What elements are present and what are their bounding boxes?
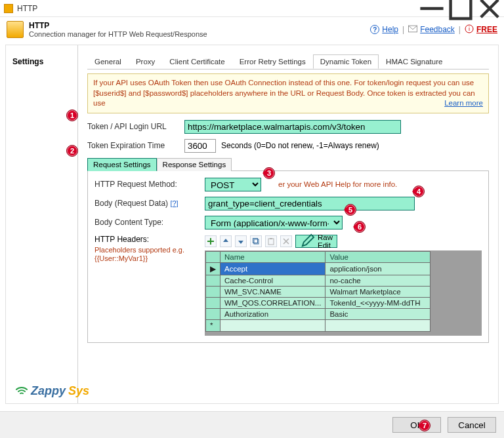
token-exp-suffix: Seconds (0=Do not renew, -1=Always renew… [221, 141, 379, 150]
paste-button[interactable] [265, 235, 277, 247]
oauth-warning: If your API uses OAuth Token then use OA… [87, 73, 489, 113]
content-type-label: Body Content Type: [94, 218, 200, 227]
row-token-url: Token / API Login URL [87, 120, 489, 134]
mail-icon [408, 24, 417, 35]
table-row: WM_QOS.CORRELATION... TokenId_<<yyyy-MM-… [206, 297, 430, 308]
http-method-select[interactable]: POST [205, 178, 261, 191]
subtab-response[interactable]: Response Settings [157, 158, 232, 171]
tab-client-certificate[interactable]: Client Certificate [162, 54, 232, 69]
close-button[interactable] [475, 0, 504, 17]
add-header-button[interactable] [205, 235, 217, 247]
header-links: ? Help | Feedback | i FREE [370, 24, 497, 35]
svg-rect-0 [451, 0, 471, 18]
cancel-button[interactable]: Cancel [448, 417, 496, 433]
body-help-link[interactable]: [?] [170, 199, 178, 207]
body-input[interactable] [205, 197, 415, 210]
wifi-icon [15, 384, 28, 398]
headers-toolbar: Raw Edit [205, 235, 482, 248]
http-method-label: HTTP Request Method: [94, 180, 200, 189]
svg-rect-6 [268, 239, 274, 245]
content-type-select[interactable]: Form (application/x-www-form-urlen [205, 216, 343, 229]
tab-dynamic-token[interactable]: Dynamic Token [313, 54, 379, 69]
table-row: Cache-Control no-cache [206, 275, 430, 286]
content-pane: General Proxy Client Certificate Error R… [78, 45, 498, 403]
header-title: HTTP [29, 21, 207, 30]
feedback-link[interactable]: Feedback [420, 25, 455, 34]
annotation-4: 4 [413, 186, 425, 197]
request-settings-pane: HTTP Request Method: POST er your Web AP… [87, 170, 489, 343]
delete-button[interactable] [280, 235, 292, 247]
annotation-7: 7 [419, 420, 430, 431]
row-token-expiration: Token Expiration Time Seconds (0=Do not … [87, 139, 489, 153]
headers-label: HTTP Headers: [94, 235, 200, 244]
col-name: Name [220, 251, 326, 262]
headers-grid[interactable]: Name Value ▶ Accept application/json [205, 250, 482, 336]
learn-more-link[interactable]: Learn more [444, 98, 483, 109]
http-icon [7, 21, 24, 38]
token-exp-input[interactable] [184, 139, 216, 153]
subtabs: Request Settings Response Settings [87, 158, 489, 171]
help-icon: ? [370, 25, 379, 34]
token-url-input[interactable] [184, 120, 401, 134]
tab-hmac-signature[interactable]: HMAC Signature [379, 54, 450, 69]
sidebar-item-settings[interactable]: Settings [6, 54, 77, 69]
zappysys-logo: ZappySys [15, 384, 89, 398]
app-icon [4, 4, 13, 13]
table-row-empty: * [206, 319, 430, 331]
annotation-3: 3 [263, 167, 275, 179]
token-url-label: Token / API Login URL [87, 122, 179, 131]
token-exp-label: Token Expiration Time [87, 141, 179, 150]
maximize-button[interactable] [446, 0, 475, 17]
window-title: HTTP [17, 4, 37, 13]
svg-text:i: i [469, 26, 470, 32]
tab-error-retry[interactable]: Error Retry Settings [232, 54, 313, 69]
minimize-button[interactable] [417, 0, 446, 17]
raw-edit-button[interactable]: Raw Edit [295, 235, 337, 248]
oauth-warning-text: If your API uses OAuth Token then use OA… [93, 79, 475, 107]
annotation-2: 2 [66, 145, 78, 157]
annotation-1: 1 [66, 110, 78, 121]
help-link[interactable]: Help [382, 25, 398, 34]
tab-proxy[interactable]: Proxy [129, 54, 162, 69]
tab-general[interactable]: General [87, 54, 129, 69]
header-subtitle: Connection manager for HTTP Web Request/… [29, 30, 207, 38]
placeholder-note: Placeholders supported e.g. {{User::MyVa… [94, 246, 200, 264]
pencil-icon [300, 233, 315, 249]
subtab-request[interactable]: Request Settings [87, 158, 157, 171]
annotation-5: 5 [345, 204, 356, 216]
free-link[interactable]: FREE [476, 25, 497, 34]
svg-rect-7 [270, 238, 272, 239]
titlebar: HTTP [0, 0, 504, 17]
move-up-button[interactable] [220, 235, 232, 247]
table-row: WM_SVC.NAME Walmart Marketplace [206, 286, 430, 297]
body-label: Body (Request Data) [?] [94, 199, 200, 208]
row-content-type: Body Content Type: Form (application/x-w… [94, 216, 482, 229]
row-body: Body (Request Data) [?] [94, 197, 482, 210]
table-row: ▶ Accept application/json [206, 262, 430, 275]
move-down-button[interactable] [235, 235, 247, 247]
sidebar: Settings [6, 45, 78, 403]
copy-button[interactable] [250, 235, 262, 247]
table-row: Authorization Basic [206, 308, 430, 319]
top-tabs: General Proxy Client Certificate Error R… [87, 54, 489, 70]
info-icon: i [465, 24, 474, 35]
col-value: Value [326, 251, 430, 262]
http-method-hint: er your Web API Help for more info. [278, 180, 397, 188]
annotation-6: 6 [354, 221, 366, 233]
dialog-buttons: OK Cancel 7 [0, 411, 504, 438]
